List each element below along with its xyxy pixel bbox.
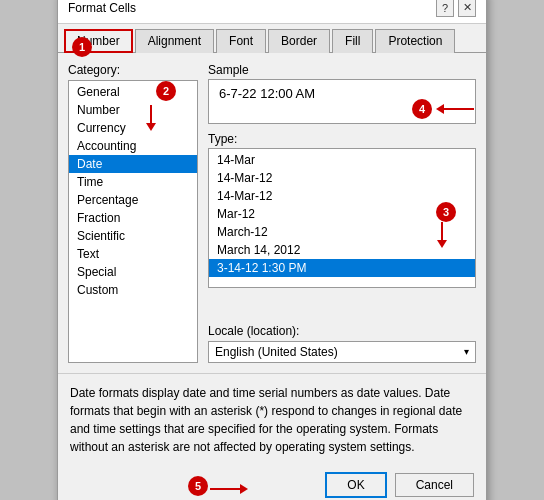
type-march12[interactable]: March-12 <box>209 223 475 241</box>
ok-button[interactable]: OK <box>325 472 386 498</box>
category-special[interactable]: Special <box>69 263 197 281</box>
type-section: Type: 14-Mar 14-Mar-12 14-Mar-12 Mar-12 … <box>208 132 476 316</box>
type-march14[interactable]: March 14, 2012 <box>209 241 475 259</box>
locale-dropdown-arrow: ▾ <box>464 346 469 357</box>
type-14mar12-2[interactable]: 14-Mar-12 <box>209 187 475 205</box>
category-percentage[interactable]: Percentage <box>69 191 197 209</box>
description-box: Date formats display date and time seria… <box>58 373 486 466</box>
title-bar-left: Format Cells <box>68 1 136 15</box>
button-row: 5 OK Cancel <box>58 466 486 501</box>
category-currency[interactable]: Currency <box>69 119 197 137</box>
main-content: 2 Category: General Number Currency Acco… <box>58 53 486 373</box>
type-14mar12-1[interactable]: 14-Mar-12 <box>209 169 475 187</box>
dialog-title: Format Cells <box>68 1 136 15</box>
locale-value: English (United States) <box>215 345 338 359</box>
tab-protection[interactable]: Protection <box>375 29 455 53</box>
cancel-button[interactable]: Cancel <box>395 473 474 497</box>
type-list[interactable]: 14-Mar 14-Mar-12 14-Mar-12 Mar-12 March-… <box>208 148 476 288</box>
category-date[interactable]: Date <box>69 155 197 173</box>
locale-label: Locale (location): <box>208 324 476 338</box>
type-mar12[interactable]: Mar-12 <box>209 205 475 223</box>
locale-select[interactable]: English (United States) ▾ <box>208 341 476 363</box>
tab-fill[interactable]: Fill <box>332 29 373 53</box>
title-bar-buttons: ? ✕ <box>436 0 476 17</box>
tab-alignment[interactable]: Alignment <box>135 29 214 53</box>
title-bar: Format Cells ? ✕ <box>58 0 486 24</box>
left-panel: Category: General Number Currency Accoun… <box>68 63 198 363</box>
category-scientific[interactable]: Scientific <box>69 227 197 245</box>
type-31412[interactable]: 3-14-12 1:30 PM <box>209 259 475 277</box>
sample-value: 6-7-22 12:00 AM <box>219 86 315 101</box>
close-button[interactable]: ✕ <box>458 0 476 17</box>
category-label: Category: <box>68 63 198 77</box>
tab-font[interactable]: Font <box>216 29 266 53</box>
description-text: Date formats display date and time seria… <box>70 386 462 454</box>
annotation-4: 4 <box>412 99 432 119</box>
format-cells-dialog: 1 Format Cells ? ✕ Number Alignment Font… <box>57 0 487 500</box>
sample-label: Sample <box>208 63 476 77</box>
help-button[interactable]: ? <box>436 0 454 17</box>
tab-border[interactable]: Border <box>268 29 330 53</box>
category-time[interactable]: Time <box>69 173 197 191</box>
category-fraction[interactable]: Fraction <box>69 209 197 227</box>
category-general[interactable]: General <box>69 83 197 101</box>
category-list[interactable]: General Number Currency Accounting Date … <box>68 80 198 363</box>
annotation-2: 2 <box>156 81 176 101</box>
annotation-3: 3 <box>436 202 456 222</box>
annotation-5: 5 <box>188 476 208 496</box>
category-number[interactable]: Number <box>69 101 197 119</box>
category-text[interactable]: Text <box>69 245 197 263</box>
right-panel: 4 Sample 6-7-22 12:00 AM Type: 14-Mar 14… <box>208 63 476 363</box>
category-accounting[interactable]: Accounting <box>69 137 197 155</box>
annotation-1: 1 <box>72 37 92 57</box>
category-custom[interactable]: Custom <box>69 281 197 299</box>
tab-bar: Number Alignment Font Border Fill Protec… <box>58 24 486 53</box>
type-14mar[interactable]: 14-Mar <box>209 151 475 169</box>
type-label: Type: <box>208 132 476 146</box>
locale-section: Locale (location): English (United State… <box>208 324 476 363</box>
